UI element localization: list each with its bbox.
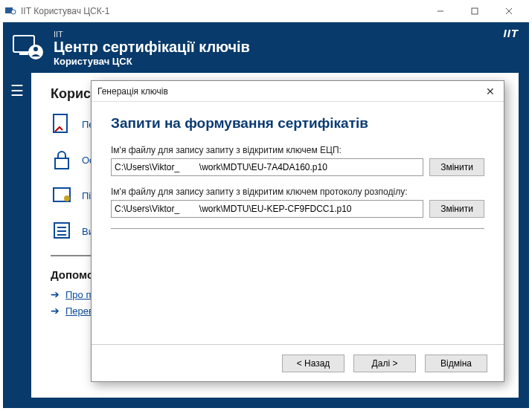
app-icon [4,5,16,17]
menu-toggle[interactable]: ☰ [3,73,31,408]
field1-input[interactable] [111,158,423,176]
app-header: ІІТ Центр сертифікації ключів Користувач… [3,22,529,73]
lock-icon [51,148,74,172]
close-button[interactable] [492,0,526,22]
dialog-heading: Запити на формування сертифікатів [111,115,484,132]
svg-point-13 [64,195,70,201]
field1-change-button[interactable]: Змінити [429,158,484,176]
header-line1: ІІТ [54,30,250,39]
window-title: ІІТ Користувач ЦСК-1 [21,6,423,16]
field2-label: Ім'я файлу для запису запиту з відкритим… [111,187,484,197]
dialog-separator [111,228,484,229]
svg-point-1 [11,10,16,14]
svg-rect-7 [19,52,28,55]
svg-rect-11 [55,158,68,169]
field2-input[interactable] [111,200,423,218]
arrow-right-icon: ➔ [51,288,60,300]
maximize-button[interactable] [458,0,492,22]
list-icon [51,219,74,243]
back-button[interactable]: < Назад [282,355,344,372]
field2-change-button[interactable]: Змінити [429,200,484,218]
minimize-button[interactable] [423,0,458,22]
document-sign-icon [51,112,74,136]
arrow-right-icon: ➔ [51,305,60,317]
field1-label: Ім'я файлу для запису запиту з відкритим… [111,145,484,155]
certificate-icon [51,184,74,207]
dialog-footer: < Назад Далі > Відміна [92,344,504,381]
next-button[interactable]: Далі > [353,355,416,372]
brand-mark: IIT [504,27,519,39]
svg-point-9 [33,47,38,51]
svg-rect-3 [472,8,478,14]
cancel-button[interactable]: Відміна [425,355,487,372]
dialog-close-button[interactable]: ✕ [483,85,498,97]
window-titlebar: ІІТ Користувач ЦСК-1 [0,0,532,22]
app-logo [12,31,46,65]
header-line2: Центр сертифікації ключів [54,39,250,56]
header-line3: Користувач ЦСК [54,56,250,67]
dialog-title: Генерація ключів [97,86,168,97]
key-generation-dialog: Генерація ключів ✕ Запити на формування … [91,80,504,382]
dialog-titlebar: Генерація ключів ✕ [92,81,504,102]
svg-rect-10 [54,114,67,132]
